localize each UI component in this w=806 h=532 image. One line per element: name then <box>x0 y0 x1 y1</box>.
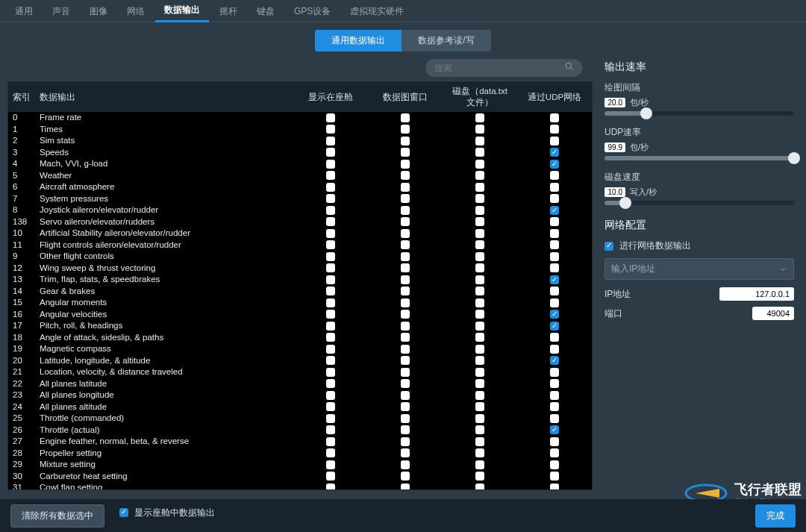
checkbox-cockpit[interactable] <box>326 356 335 365</box>
checkbox-udp[interactable] <box>550 125 559 134</box>
top-tab-4[interactable]: 数据输出 <box>155 0 209 22</box>
checkbox-udp[interactable] <box>550 206 559 215</box>
checkbox-graph[interactable] <box>401 437 410 446</box>
checkbox-graph[interactable] <box>401 368 410 377</box>
checkbox-cockpit[interactable] <box>326 310 335 319</box>
checkbox-udp[interactable] <box>550 240 559 249</box>
checkbox-cockpit[interactable] <box>326 229 335 238</box>
checkbox-disk[interactable] <box>475 333 484 342</box>
slider-knob[interactable] <box>619 197 631 209</box>
checkbox-cockpit[interactable] <box>326 171 335 180</box>
checkbox-udp[interactable] <box>550 263 559 272</box>
ip-address-field[interactable] <box>719 287 794 301</box>
checkbox-cockpit[interactable] <box>326 448 335 457</box>
checkbox-disk[interactable] <box>475 310 484 319</box>
checkbox-disk[interactable] <box>475 275 484 284</box>
checkbox-graph[interactable] <box>401 310 410 319</box>
data-output-table[interactable]: 索引 数据输出 显示在座舱 数据图窗口 磁盘（data.txt 文件） 通过UD… <box>7 81 593 490</box>
checkbox-udp[interactable] <box>550 137 559 145</box>
checkbox-cockpit[interactable] <box>326 137 335 145</box>
checkbox-udp[interactable] <box>550 448 559 457</box>
checkbox-disk[interactable] <box>475 206 484 215</box>
checkbox-cockpit[interactable] <box>326 298 335 307</box>
checkbox-cockpit[interactable] <box>326 275 335 284</box>
checkbox-cockpit[interactable] <box>326 484 335 490</box>
checkbox-udp[interactable] <box>550 345 559 354</box>
checkbox-disk[interactable] <box>475 171 484 180</box>
slider-knob[interactable] <box>788 152 800 164</box>
top-tab-8[interactable]: 虚拟现实硬件 <box>341 1 413 22</box>
checkbox-disk[interactable] <box>475 217 484 226</box>
checkbox-graph[interactable] <box>401 171 410 180</box>
checkbox-udp[interactable] <box>550 252 559 261</box>
checkbox-cockpit[interactable] <box>326 460 335 469</box>
checkbox-udp[interactable] <box>550 275 559 284</box>
checkbox-cockpit[interactable] <box>326 125 335 134</box>
checkbox-udp[interactable] <box>550 171 559 180</box>
checkbox-udp[interactable] <box>550 437 559 446</box>
checkbox-disk[interactable] <box>475 368 484 377</box>
checkbox-graph[interactable] <box>401 391 410 400</box>
checkbox-udp[interactable] <box>550 414 559 423</box>
checkbox-cockpit[interactable] <box>326 194 335 203</box>
checkbox-disk[interactable] <box>475 229 484 238</box>
checkbox-graph[interactable] <box>401 402 410 411</box>
checkbox-udp[interactable] <box>550 472 559 481</box>
checkbox-graph[interactable] <box>401 472 410 481</box>
checkbox-disk[interactable] <box>475 437 484 446</box>
checkbox-cockpit[interactable] <box>326 379 335 388</box>
checkbox-graph[interactable] <box>401 356 410 365</box>
checkbox-graph[interactable] <box>401 125 410 134</box>
checkbox-disk[interactable] <box>475 113 484 122</box>
done-button[interactable]: 完成 <box>755 504 796 528</box>
checkbox-udp[interactable] <box>550 391 559 400</box>
checkbox-disk[interactable] <box>475 414 484 423</box>
checkbox-disk[interactable] <box>475 402 484 411</box>
checkbox-disk[interactable] <box>475 472 484 481</box>
checkbox-udp[interactable] <box>550 402 559 411</box>
port-field[interactable] <box>752 307 794 320</box>
checkbox-disk[interactable] <box>475 379 484 388</box>
checkbox-graph[interactable] <box>401 333 410 342</box>
checkbox-cockpit[interactable] <box>326 472 335 481</box>
checkbox-udp[interactable] <box>550 217 559 226</box>
checkbox-cockpit[interactable] <box>326 148 335 157</box>
checkbox-graph[interactable] <box>401 148 410 157</box>
checkbox-udp[interactable] <box>550 379 559 388</box>
checkbox-udp[interactable] <box>550 356 559 365</box>
clear-all-button[interactable]: 清除所有数据选中 <box>10 504 104 528</box>
enable-network-output-checkbox[interactable] <box>604 242 613 251</box>
checkbox-udp[interactable] <box>550 287 559 295</box>
checkbox-cockpit[interactable] <box>326 240 335 249</box>
checkbox-graph[interactable] <box>401 206 410 215</box>
checkbox-cockpit[interactable] <box>326 287 335 295</box>
checkbox-cockpit[interactable] <box>326 425 335 434</box>
checkbox-graph[interactable] <box>401 345 410 354</box>
top-tab-7[interactable]: GPS设备 <box>285 1 340 22</box>
top-tab-0[interactable]: 通用 <box>6 1 42 22</box>
checkbox-udp[interactable] <box>550 310 559 319</box>
checkbox-udp[interactable] <box>550 322 559 331</box>
checkbox-udp[interactable] <box>550 194 559 203</box>
checkbox-cockpit[interactable] <box>326 437 335 446</box>
checkbox-cockpit[interactable] <box>326 183 335 192</box>
checkbox-graph[interactable] <box>401 183 410 192</box>
checkbox-graph[interactable] <box>401 298 410 307</box>
checkbox-graph[interactable] <box>401 275 410 284</box>
checkbox-udp[interactable] <box>550 425 559 434</box>
top-tab-5[interactable]: 摇杆 <box>210 1 246 22</box>
checkbox-cockpit[interactable] <box>326 402 335 411</box>
checkbox-cockpit[interactable] <box>326 391 335 400</box>
checkbox-disk[interactable] <box>475 252 484 261</box>
checkbox-udp[interactable] <box>550 229 559 238</box>
sub-tab-general-output[interactable]: 通用数据输出 <box>315 30 402 51</box>
sub-tab-data-ref-rw[interactable]: 数据参考读/写 <box>402 30 490 51</box>
slider-track[interactable] <box>604 201 794 205</box>
slider-track[interactable] <box>604 111 794 116</box>
top-tab-1[interactable]: 声音 <box>43 1 79 22</box>
checkbox-disk[interactable] <box>475 345 484 354</box>
checkbox-cockpit[interactable] <box>326 160 335 169</box>
checkbox-graph[interactable] <box>401 287 410 295</box>
checkbox-disk[interactable] <box>475 356 484 365</box>
checkbox-cockpit[interactable] <box>326 263 335 272</box>
